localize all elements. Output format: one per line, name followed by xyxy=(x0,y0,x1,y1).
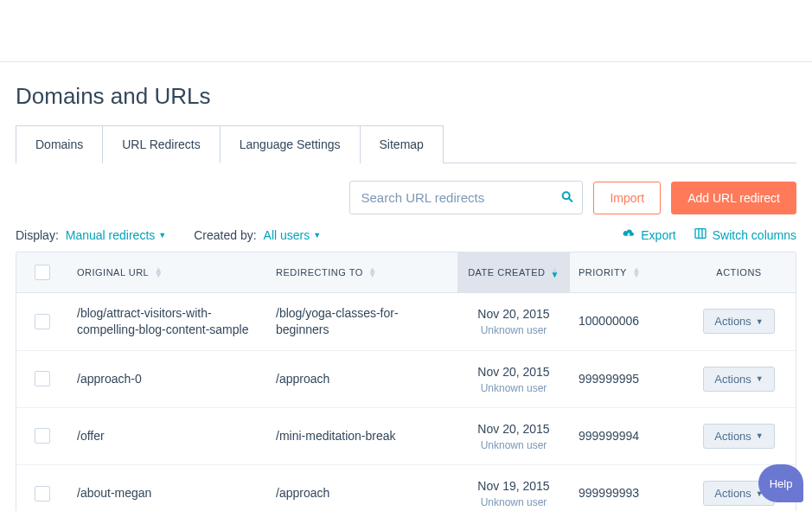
display-dropdown[interactable]: Manual redirects ▼ xyxy=(66,228,166,242)
created-by-user: Unknown user xyxy=(477,439,549,451)
search-wrap xyxy=(349,181,583,214)
row-checkbox[interactable] xyxy=(35,428,50,444)
caret-down-icon: ▼ xyxy=(756,374,764,383)
header-checkbox-cell xyxy=(16,252,68,292)
tab-language-settings[interactable]: Language Settings xyxy=(221,125,361,163)
row-checkbox[interactable] xyxy=(35,486,50,501)
sort-icon: ▲▼ xyxy=(632,267,641,278)
filter-left: Display: Manual redirects ▼ Created by: … xyxy=(16,228,321,242)
svg-line-1 xyxy=(569,198,572,201)
header-redirecting-to[interactable]: REDIRECTING TO ▲▼ xyxy=(267,252,457,292)
sort-icon: ▲▼ xyxy=(550,267,559,278)
original-url: /approach-0 xyxy=(77,371,142,387)
row-checkbox[interactable] xyxy=(35,314,50,329)
priority-value: 999999994 xyxy=(579,428,639,444)
redirecting-to: /mini-meditation-break xyxy=(276,428,396,444)
redirecting-to: /approach xyxy=(276,485,329,501)
filter-row: Display: Manual redirects ▼ Created by: … xyxy=(16,227,796,243)
redirecting-to: /blog/yoga-classes-for-beginners xyxy=(276,305,449,338)
date-created: Nov 20, 2015 xyxy=(477,306,549,323)
created-by-user: Unknown user xyxy=(477,382,549,394)
table-row: /blog/attract-visitors-with-compelling-b… xyxy=(16,293,796,351)
controls-row: Import Add URL redirect xyxy=(16,181,796,214)
cloud-download-icon xyxy=(622,227,636,243)
tab-url-redirects[interactable]: URL Redirects xyxy=(103,125,221,163)
switch-columns-link[interactable]: Switch columns xyxy=(694,227,796,243)
sort-icon: ▲▼ xyxy=(368,267,377,278)
created-by-user: Unknown user xyxy=(477,324,549,336)
tabs-nav: Domains URL Redirects Language Settings … xyxy=(16,125,796,163)
export-link[interactable]: Export xyxy=(622,227,675,243)
original-url: /blog/attract-visitors-with-compelling-b… xyxy=(77,305,259,338)
switch-columns-label: Switch columns xyxy=(713,228,796,242)
caret-down-icon: ▼ xyxy=(313,231,321,240)
actions-button[interactable]: Actions▼ xyxy=(703,367,775,392)
caret-down-icon: ▼ xyxy=(756,431,764,440)
tab-sitemap[interactable]: Sitemap xyxy=(361,125,444,163)
table-header: ORIGINAL URL ▲▼ REDIRECTING TO ▲▼ DATE C… xyxy=(16,252,796,293)
actions-button[interactable]: Actions▼ xyxy=(703,309,775,334)
display-label: Display: xyxy=(16,228,59,242)
caret-down-icon: ▼ xyxy=(756,317,764,326)
created-by-user: Unknown user xyxy=(477,496,549,508)
redirecting-to: /approach xyxy=(276,371,329,387)
help-button[interactable]: Help xyxy=(758,464,803,502)
header-priority[interactable]: PRIORITY ▲▼ xyxy=(570,252,682,292)
priority-value: 100000006 xyxy=(579,313,639,329)
page-title: Domains and URLs xyxy=(16,83,796,110)
original-url: /about-megan xyxy=(77,485,151,501)
date-created: Nov 19, 2015 xyxy=(477,478,549,495)
table-row: /about-megan /approach Nov 19, 2015Unkno… xyxy=(16,465,796,511)
original-url: /offer xyxy=(77,428,105,444)
columns-icon xyxy=(694,227,707,243)
date-created: Nov 20, 2015 xyxy=(477,421,549,438)
select-all-checkbox[interactable] xyxy=(35,265,50,280)
actions-button[interactable]: Actions▼ xyxy=(703,424,775,449)
table-row: /approach-0 /approach Nov 20, 2015Unknow… xyxy=(16,351,796,408)
caret-down-icon: ▼ xyxy=(158,231,166,240)
search-icon xyxy=(560,189,574,206)
tab-domains[interactable]: Domains xyxy=(16,125,103,163)
search-input[interactable] xyxy=(349,181,583,214)
table-row: /offer /mini-meditation-break Nov 20, 20… xyxy=(16,408,796,465)
priority-value: 999999995 xyxy=(579,371,639,387)
header-original-url[interactable]: ORIGINAL URL ▲▼ xyxy=(68,252,267,292)
priority-value: 999999993 xyxy=(579,485,639,501)
row-checkbox[interactable] xyxy=(35,371,50,386)
redirects-table: ORIGINAL URL ▲▼ REDIRECTING TO ▲▼ DATE C… xyxy=(16,252,796,511)
export-label: Export xyxy=(641,228,675,242)
created-by-value: All users xyxy=(264,228,310,242)
header-date-created[interactable]: DATE CREATED ▲▼ xyxy=(457,252,570,292)
filter-right: Export Switch columns xyxy=(622,227,796,243)
svg-rect-2 xyxy=(695,229,706,239)
sort-icon: ▲▼ xyxy=(154,267,163,278)
display-value: Manual redirects xyxy=(66,228,156,242)
help-label: Help xyxy=(770,477,793,490)
add-url-redirect-button[interactable]: Add URL redirect xyxy=(671,182,796,214)
created-by-label: Created by: xyxy=(194,228,256,242)
import-button[interactable]: Import xyxy=(593,182,661,214)
created-by-dropdown[interactable]: All users ▼ xyxy=(264,228,322,242)
date-created: Nov 20, 2015 xyxy=(477,364,549,380)
svg-point-0 xyxy=(563,192,570,199)
top-header-spacer xyxy=(0,0,812,62)
header-actions: ACTIONS xyxy=(682,252,796,292)
